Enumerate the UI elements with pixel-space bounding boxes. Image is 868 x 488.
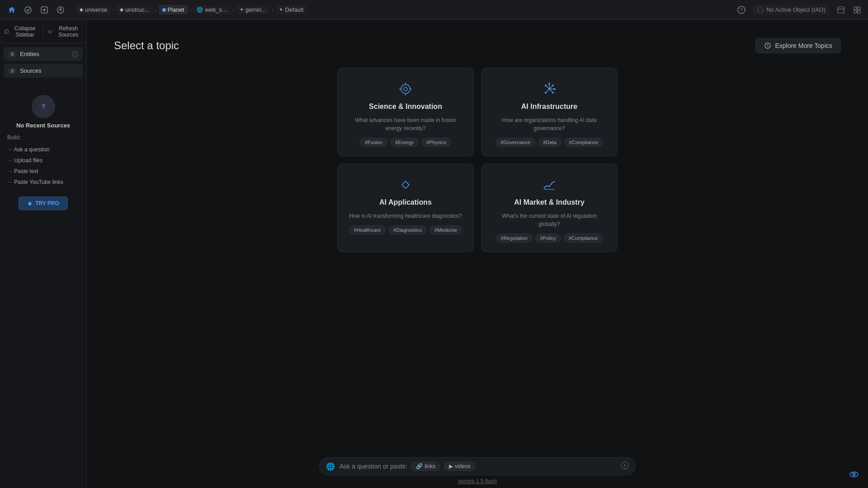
svg-point-40	[554, 88, 556, 90]
try-pro-button[interactable]: TRY PRO	[19, 197, 68, 210]
refresh-sources-button[interactable]: Refresh Sources	[43, 20, 86, 43]
no-sources-title: No Recent Sources	[16, 122, 70, 129]
tag-energy: #Energy	[390, 138, 419, 147]
main-area: Collapse Sidebar Refresh Sources 0 Entit…	[0, 20, 868, 488]
nav-icon-layout1[interactable]	[835, 5, 846, 15]
breadcrumb-web-label: web_s...	[205, 6, 226, 13]
videos-pill[interactable]: ▶ videos	[444, 462, 476, 471]
nav-icon-check[interactable]	[22, 4, 34, 16]
links-label: links	[425, 463, 435, 469]
svg-rect-7	[120, 8, 123, 12]
nav-icon-add[interactable]	[38, 4, 51, 16]
breadcrumb-sep-3: ›	[189, 7, 191, 13]
input-placeholder: Ask a question or paste:	[340, 463, 407, 470]
sources-count: 0	[8, 68, 16, 74]
tag-fusion: #Fusion	[360, 138, 387, 147]
eye-icon[interactable]	[849, 469, 859, 482]
breadcrumb-default[interactable]: ✦ Default	[275, 5, 307, 14]
topic-desc-ai-apps: How is AI transforming healthcare diagno…	[349, 212, 462, 220]
tag-regulation: #Regulation	[496, 234, 533, 243]
svg-point-45	[854, 474, 854, 475]
breadcrumb-sep-4: ›	[232, 7, 234, 13]
help-icon[interactable]: ?	[736, 4, 747, 16]
collapse-sidebar-button[interactable]: Collapse Sidebar	[0, 20, 43, 43]
topic-card-science-innovation[interactable]: Science & Innovation What advances have …	[337, 68, 474, 156]
topic-tags-ai-infra: #Governance #Data #Compliance	[495, 138, 603, 147]
breadcrumb-gemini-label: gemin...	[245, 6, 266, 13]
no-sources-icon: ?	[32, 95, 55, 118]
sources-label: Sources	[20, 67, 42, 74]
send-icon[interactable]	[621, 461, 629, 471]
page-header: Select a topic Explore More Topics	[114, 38, 841, 53]
content-main: Select a topic Explore More Topics	[87, 20, 868, 452]
topic-card-ai-market[interactable]: AI Market & Industry What's the current …	[481, 164, 618, 252]
breadcrumb-gemini[interactable]: ✦ gemin...	[236, 5, 270, 14]
tag-medicine: #Medicine	[429, 225, 462, 235]
no-sources-build: Build:	[7, 134, 21, 141]
topic-title-science: Science & Innovation	[369, 103, 442, 111]
svg-point-37	[545, 92, 547, 94]
svg-rect-17	[5, 30, 9, 33]
topic-tags-ai-apps: #Healthcare #Diagnostics #Medicine	[349, 225, 462, 235]
breadcrumb-web[interactable]: 🌐 web_s...	[193, 5, 230, 14]
breadcrumb-sep-1: ›	[113, 7, 114, 13]
tag-data: #Data	[538, 138, 561, 147]
topic-title-ai-apps: AI Applications	[379, 198, 432, 206]
entities-count: 0	[8, 51, 16, 57]
nav-icon-home[interactable]	[5, 4, 18, 16]
no-sources-area: ? No Recent Sources Build: Ask a questio…	[0, 84, 86, 217]
topic-icon-ai-market	[542, 177, 557, 193]
collapse-label: Collapse Sidebar	[11, 25, 38, 38]
page-title: Select a topic	[114, 39, 179, 52]
topic-icon-ai-infra	[542, 81, 557, 97]
svg-marker-21	[28, 201, 32, 206]
breadcrumb-universe[interactable]: universe	[76, 5, 111, 14]
topic-card-ai-applications[interactable]: AI Applications How is AI transforming h…	[337, 164, 474, 252]
no-sources-item-0[interactable]: Ask a question	[7, 144, 63, 155]
topic-card-ai-infrastructure[interactable]: AI Infrastructure How are organizations …	[481, 68, 618, 156]
svg-rect-6	[80, 8, 83, 12]
breadcrumb-universe-label: universe	[85, 6, 107, 13]
nav-icon-upload[interactable]	[54, 4, 67, 16]
model-label: gemini-1.5-flash	[458, 478, 496, 484]
input-bar[interactable]: 🌐 Ask a question or paste: 🔗 links ▶ vid…	[319, 457, 636, 475]
tag-compliance2: #Compliance	[564, 234, 603, 243]
no-sources-item-1[interactable]: Upload files	[7, 155, 63, 166]
explore-topics-button[interactable]: Explore More Topics	[755, 38, 841, 53]
breadcrumb-sep-2: ›	[155, 7, 157, 13]
no-sources-list: Ask a question Upload files Paste text P…	[7, 144, 63, 188]
try-pro-label: TRY PRO	[35, 200, 59, 206]
topic-desc-science: What advances have been made in fusion e…	[349, 116, 462, 132]
svg-rect-11	[838, 7, 844, 13]
svg-point-38	[552, 92, 554, 94]
svg-rect-15	[854, 10, 857, 13]
links-pill[interactable]: 🔗 links	[411, 462, 440, 471]
svg-point-39	[548, 83, 550, 84]
tag-diagnostics: #Diagnostics	[388, 225, 427, 235]
tag-policy: #Policy	[535, 234, 561, 243]
topic-title-ai-market: AI Market & Industry	[514, 198, 585, 206]
sidebar-item-sources[interactable]: 0 Sources	[4, 64, 83, 78]
topic-desc-ai-infra: How are organizations handling AI data g…	[492, 116, 606, 132]
breadcrumb-unstruc-label: unstruc...	[125, 6, 149, 13]
model-label-link[interactable]: gemini-1.5-flash	[458, 478, 496, 484]
topic-title-ai-infra: AI Infrastructure	[521, 103, 577, 111]
svg-point-23	[401, 84, 410, 94]
sidebar-top-buttons: Collapse Sidebar Refresh Sources	[0, 20, 86, 43]
nav-icon-layout2[interactable]	[852, 5, 863, 15]
breadcrumb-planet-label: Planet	[168, 6, 184, 13]
no-sources-item-2[interactable]: Paste text	[7, 166, 63, 177]
entities-info-icon[interactable]: i	[72, 51, 78, 57]
sidebar-item-entities[interactable]: 0 Entities i	[4, 47, 83, 61]
topic-tags-ai-market: #Regulation #Policy #Compliance	[496, 234, 603, 243]
no-sources-item-3[interactable]: Paste YouTube links	[7, 177, 63, 188]
breadcrumb-nav: universe › unstruc... › Planet › 🌐 web_s…	[76, 5, 732, 14]
tag-physics: #Physics	[421, 138, 451, 147]
sidebar-items-section: 0 Entities i 0 Sources	[0, 43, 86, 84]
videos-icon: ▶	[449, 463, 453, 469]
svg-rect-14	[858, 7, 860, 9]
breadcrumb-unstruc[interactable]: unstruc...	[116, 5, 153, 14]
tag-governance: #Governance	[495, 138, 535, 147]
no-active-object: No Active Object (IAO)	[753, 5, 830, 15]
breadcrumb-planet[interactable]: Planet	[159, 5, 188, 14]
